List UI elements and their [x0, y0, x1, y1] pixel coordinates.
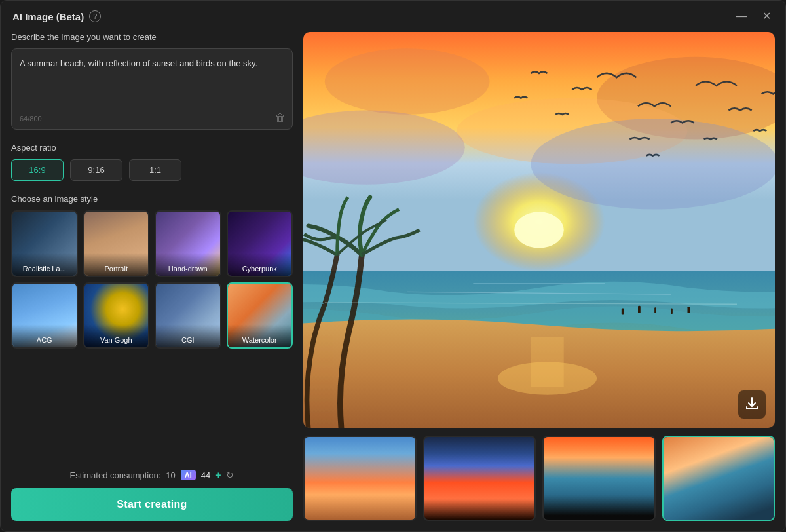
- thumbnail-1[interactable]: [303, 436, 417, 521]
- download-button[interactable]: [738, 390, 766, 419]
- style-item-cyberpunk[interactable]: Cyberpunk: [227, 210, 293, 277]
- svg-rect-15: [688, 307, 690, 313]
- style-label-portrait: Portrait: [84, 253, 149, 276]
- title-bar: AI Image (Beta) ? — ✕: [1, 1, 785, 32]
- thumb-image-4: [664, 437, 774, 520]
- main-content: Describe the image you want to create A …: [1, 32, 785, 531]
- style-label-cgi: CGI: [156, 324, 220, 347]
- refresh-icon[interactable]: ↻: [226, 470, 234, 480]
- prompt-label: Describe the image you want to create: [11, 32, 293, 42]
- thumbnail-4[interactable]: [662, 436, 776, 521]
- right-panel: [303, 32, 775, 521]
- thumbnails-row: [303, 436, 775, 521]
- clear-prompt-icon[interactable]: 🗑: [275, 112, 286, 124]
- window-title: AI Image (Beta): [12, 11, 84, 22]
- app-window: AI Image (Beta) ? — ✕ Describe the image…: [0, 0, 786, 532]
- start-creating-button[interactable]: Start creating: [11, 488, 293, 521]
- aspect-btn-9-16[interactable]: 9:16: [70, 159, 122, 181]
- style-item-handdrawn[interactable]: Hand-drawn: [155, 210, 221, 277]
- svg-point-2: [514, 212, 564, 248]
- style-item-realistic[interactable]: Realistic La...: [11, 210, 78, 277]
- ai-badge: AI: [181, 470, 196, 480]
- prompt-textarea[interactable]: A summar beach, with reflection of sunse…: [20, 57, 284, 108]
- style-item-watercolor[interactable]: Watercolor: [227, 282, 293, 349]
- svg-point-6: [531, 119, 775, 209]
- aspect-section: Aspect ratio 16:9 9:16 1:1: [11, 143, 293, 181]
- footer-section: Estimated consumption: 10 AI 44 + ↻ Star…: [11, 462, 293, 521]
- svg-rect-13: [654, 307, 656, 313]
- svg-point-4: [325, 48, 490, 115]
- thumbnail-2[interactable]: [423, 436, 536, 521]
- prompt-textarea-wrapper: A summar beach, with reflection of sunse…: [11, 48, 293, 130]
- minimize-button[interactable]: —: [734, 10, 749, 23]
- style-item-portrait[interactable]: Portrait: [83, 210, 150, 277]
- thumb-image-2: [424, 437, 535, 520]
- style-grid: Realistic La... Portrait Hand-drawn Cybe…: [11, 210, 293, 349]
- title-bar-left: AI Image (Beta) ?: [12, 10, 101, 22]
- svg-rect-12: [638, 306, 641, 313]
- credits-count: 44: [201, 470, 210, 480]
- estimated-value: 10: [166, 470, 175, 480]
- svg-rect-10: [531, 337, 563, 387]
- title-bar-right: — ✕: [734, 10, 774, 23]
- thumbnail-3[interactable]: [542, 436, 656, 521]
- style-item-acg[interactable]: ACG: [11, 282, 78, 349]
- main-image-area: [303, 32, 775, 428]
- style-label-acg: ACG: [12, 324, 77, 347]
- add-credits-icon[interactable]: +: [215, 470, 221, 480]
- style-label: Choose an image style: [11, 194, 293, 204]
- style-item-cgi[interactable]: CGI: [155, 282, 221, 349]
- style-label-cyberpunk: Cyberpunk: [228, 253, 292, 276]
- estimated-row: Estimated consumption: 10 AI 44 + ↻: [11, 470, 293, 480]
- aspect-btn-16-9[interactable]: 16:9: [11, 159, 64, 181]
- thumb-image-3: [544, 437, 654, 520]
- svg-rect-14: [671, 309, 673, 314]
- thumb-image-1: [305, 437, 415, 520]
- left-panel: Describe the image you want to create A …: [11, 32, 293, 521]
- aspect-buttons: 16:9 9:16 1:1: [11, 159, 293, 181]
- main-image-svg: [303, 32, 775, 428]
- style-label-vangogh: Van Gogh: [84, 324, 149, 347]
- aspect-label: Aspect ratio: [11, 143, 293, 153]
- style-label-handdrawn: Hand-drawn: [156, 253, 220, 276]
- style-section: Choose an image style Realistic La... Po…: [11, 194, 293, 349]
- prompt-section: Describe the image you want to create A …: [11, 32, 293, 130]
- estimated-label: Estimated consumption:: [70, 470, 161, 480]
- help-icon[interactable]: ?: [89, 10, 101, 22]
- style-label-watercolor: Watercolor: [228, 324, 292, 347]
- prompt-counter: 64/800: [20, 115, 42, 123]
- aspect-btn-1-1[interactable]: 1:1: [129, 159, 181, 181]
- style-label-realistic: Realistic La...: [12, 253, 77, 276]
- style-item-vangogh[interactable]: Van Gogh: [83, 282, 150, 349]
- svg-rect-11: [622, 309, 624, 315]
- close-button[interactable]: ✕: [760, 10, 774, 23]
